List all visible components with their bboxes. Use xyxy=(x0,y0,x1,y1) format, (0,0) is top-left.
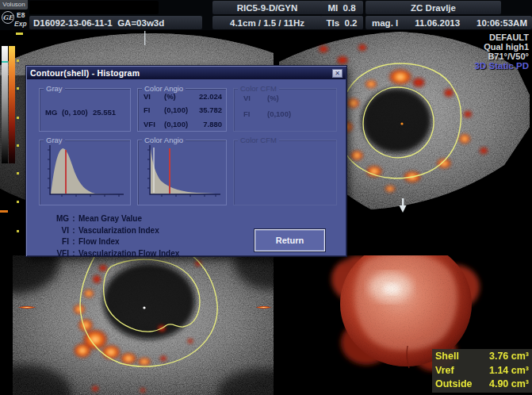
measure-label: Vref xyxy=(435,364,454,378)
angio-histogram-plot xyxy=(138,140,226,205)
group-title-gray: Gray xyxy=(44,84,65,93)
probe-label: RIC5-9-D/GYN xyxy=(212,1,322,14)
display-parameters: DEFAULT Qual high1 B71°/V50° 3D Static P… xyxy=(475,33,529,71)
angles-label: B71°/V50° xyxy=(475,52,529,61)
center-tick-left-2 xyxy=(17,306,36,309)
value-row-vi: VI (%) 22.024 xyxy=(138,92,226,102)
volume-measurements: Shell 3.76 cm³ Vref 1.14 cm³ Outside 4.9… xyxy=(432,349,532,393)
legend-row-vi: VI : Vascularization Index xyxy=(50,225,179,237)
gestational-sac-dark xyxy=(362,88,431,153)
status-bar: Voluson GE E8 Exp RIC5-9-D/GYN MI 0.8 ZC… xyxy=(0,0,532,30)
mag-label: mag. l xyxy=(372,18,398,28)
gray-histogram-plot xyxy=(40,140,130,205)
measure-value: 4.90 cm³ xyxy=(489,378,529,392)
angio-values-group: Color Angio VI (%) 22.024 FI (0,100) 35.… xyxy=(137,88,227,132)
doppler-colormap-bar xyxy=(9,46,15,163)
preset-label: DEFAULT xyxy=(475,33,529,42)
cfm-values-group: Color CFM VI (%) FI (0,100) xyxy=(233,88,337,132)
mi-readout: MI 0.8 xyxy=(320,1,363,14)
center-tick-right-2 xyxy=(255,306,272,309)
value-row-cfm-fi: FI (0,100) xyxy=(234,109,336,119)
tis-readout: TIs 0.2 xyxy=(320,16,363,29)
center-tick-left xyxy=(0,210,8,213)
quality-label: Qual high1 xyxy=(475,42,529,52)
probe-center-marker xyxy=(144,31,145,45)
ultrasound-screen: Voluson GE E8 Exp RIC5-9-D/GYN MI 0.8 ZC… xyxy=(0,0,532,395)
ge-logo: GE xyxy=(2,11,14,24)
histogram-dialog: Contour(shell) - Histogram ✕ Gray MG (0,… xyxy=(25,65,347,257)
redacted-patient-name xyxy=(29,1,159,14)
center-dot-topright xyxy=(400,122,403,125)
depth-tick xyxy=(17,230,19,232)
time-label: 10:06:53AM xyxy=(477,18,527,28)
depth-tick xyxy=(17,172,19,174)
measure-value: 1.14 cm³ xyxy=(489,364,529,378)
gray-values-group: Gray MG (0, 100) 25.551 xyxy=(39,88,131,132)
measure-label: Outside xyxy=(435,378,473,392)
brand-block: Voluson GE E8 Exp xyxy=(0,0,29,30)
cfm-histogram-group: Color CFM xyxy=(233,140,337,205)
grayscale-colormap-bar xyxy=(2,46,8,163)
mode-label: Exp xyxy=(14,20,27,28)
depth-tick xyxy=(17,87,19,90)
measure-value: 3.76 cm³ xyxy=(489,350,529,364)
date-label: 11.06.2013 xyxy=(415,18,460,28)
angio-histogram-group: Color Angio xyxy=(137,140,227,205)
acquisition-settings: 4.1cm / 1.5 / 11Hz xyxy=(212,16,322,29)
mode3d-label: 3D Static PD xyxy=(475,61,529,71)
measure-row-vref: Vref 1.14 cm³ xyxy=(435,364,529,378)
value-row-vfi: VFI (0,100) 7.880 xyxy=(138,120,226,129)
dialog-title: Contour(shell) - Histogram xyxy=(30,68,140,78)
dialog-titlebar[interactable]: Contour(shell) - Histogram ✕ xyxy=(27,67,346,79)
gray-histogram-group: Gray xyxy=(39,140,131,205)
datetime-cell: mag. l 11.06.2013 10:06:53AM xyxy=(366,16,532,29)
depth-tick xyxy=(17,201,19,203)
return-button[interactable]: Return xyxy=(255,229,325,251)
measure-row-outside: Outside 4.90 cm³ xyxy=(435,378,529,392)
depth-tick xyxy=(17,144,19,147)
hist-title-cfm: Color CFM xyxy=(238,136,279,144)
measure-label: Shell xyxy=(435,350,459,364)
index-legend: MG : Mean Gray Value VI : Vascularizatio… xyxy=(50,213,179,259)
value-row-fi: FI (0,100) 35.782 xyxy=(138,105,226,115)
value-row-cfm-vi: VI (%) xyxy=(234,94,336,103)
depth-tick xyxy=(17,117,19,119)
center-dot-bottomleft xyxy=(143,306,145,309)
voluson-logo-text: Voluson xyxy=(0,0,28,10)
patient-id: D16092-13-06-11-1 GA=03w3d xyxy=(29,16,202,29)
legend-row-fi: FI : Flow Index xyxy=(50,236,179,248)
depth-tick xyxy=(17,59,19,62)
group-title-cfm: Color CFM xyxy=(238,84,279,93)
model-label: E8 xyxy=(17,11,25,19)
depth-tick-major xyxy=(16,33,23,35)
gestational-sac-dark-2 xyxy=(103,263,195,339)
measure-row-shell: Shell 3.76 cm³ xyxy=(435,350,529,364)
value-row-mg: MG (0, 100) 25.551 xyxy=(40,108,130,117)
gray-threshold-marker xyxy=(2,61,8,63)
legend-row-vfi: VFI : Vascularization Flow Index xyxy=(50,248,179,260)
clinic-name: ZC Dravlje xyxy=(366,1,501,14)
legend-row-mg: MG : Mean Gray Value xyxy=(50,213,179,225)
close-icon[interactable]: ✕ xyxy=(332,69,343,78)
